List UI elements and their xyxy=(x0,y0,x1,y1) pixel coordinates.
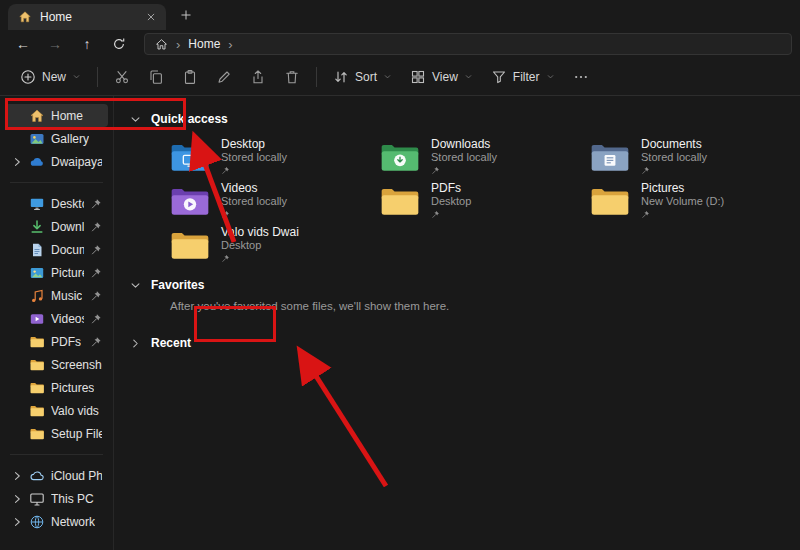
sort-button[interactable]: Sort xyxy=(325,62,400,92)
breadcrumb-home-icon xyxy=(155,38,168,51)
navigation-pane: HomeGalleryDwaipayan - PersonalDesktopDo… xyxy=(0,96,114,550)
chevron-right-icon[interactable] xyxy=(11,493,23,505)
home-icon xyxy=(29,108,45,124)
sidebar-indent xyxy=(11,382,23,394)
sidebar-item-label: Pictures xyxy=(51,381,94,395)
tile-text: DesktopStored locally xyxy=(221,137,287,178)
new-plus-icon xyxy=(20,69,36,85)
address-bar[interactable]: › Home › xyxy=(144,33,792,55)
sidebar-divider xyxy=(10,454,103,455)
recent-title: Recent xyxy=(151,336,191,350)
forward-icon[interactable]: → xyxy=(40,32,70,56)
chevron-right-icon[interactable] xyxy=(11,470,23,482)
sidebar-item-pdfs[interactable]: PDFs xyxy=(5,330,108,353)
tile-name: Documents xyxy=(641,137,707,151)
chevron-down-icon xyxy=(72,72,81,81)
sidebar-item-valo-vids-dwai[interactable]: Valo vids Dwai xyxy=(5,399,108,422)
tile-documents[interactable]: DocumentsStored locally xyxy=(590,136,800,178)
more-options-icon[interactable] xyxy=(565,62,597,92)
chevron-right-icon[interactable] xyxy=(11,516,23,528)
tab-home[interactable]: Home xyxy=(8,4,166,30)
refresh-icon[interactable] xyxy=(104,32,134,56)
copy-icon[interactable] xyxy=(140,62,172,92)
sidebar-indent xyxy=(11,244,23,256)
chevron-down-icon xyxy=(546,72,555,81)
sidebar-item-documents[interactable]: Documents xyxy=(5,238,108,261)
delete-icon[interactable] xyxy=(276,62,308,92)
rename-icon[interactable] xyxy=(208,62,240,92)
tile-downloads[interactable]: DownloadsStored locally xyxy=(380,136,590,178)
folder-icon xyxy=(170,228,210,262)
close-tab-icon[interactable] xyxy=(142,8,160,26)
tile-text: VideosStored locally xyxy=(221,181,287,222)
filter-button-label: Filter xyxy=(513,70,540,84)
sidebar-item-gallery[interactable]: Gallery xyxy=(5,127,108,150)
tile-pdfs[interactable]: PDFsDesktop xyxy=(380,180,590,222)
paste-icon[interactable] xyxy=(174,62,206,92)
pin-icon xyxy=(90,336,102,348)
tile-name: Pictures xyxy=(641,181,724,195)
tile-text: PicturesNew Volume (D:) xyxy=(641,181,724,222)
new-button-label: New xyxy=(42,70,66,84)
pin-icon xyxy=(431,166,440,175)
navigation-bar: ← → ↑ › Home › xyxy=(0,30,800,58)
videos-folder-icon xyxy=(170,184,210,218)
sidebar-item-downloads[interactable]: Downloads xyxy=(5,215,108,238)
up-icon[interactable]: ↑ xyxy=(72,32,102,56)
thispc-icon xyxy=(29,491,45,507)
sidebar-indent xyxy=(11,290,23,302)
sidebar-item-label: Desktop xyxy=(51,197,84,211)
titlebar: Home xyxy=(0,0,800,30)
tile-name: PDFs xyxy=(431,181,471,195)
tile-videos[interactable]: VideosStored locally xyxy=(170,180,380,222)
sidebar-item-home[interactable]: Home xyxy=(5,104,108,127)
sidebar-item-setup-files[interactable]: Setup Files xyxy=(5,422,108,445)
tile-pictures[interactable]: PicturesNew Volume (D:) xyxy=(590,180,800,222)
command-bar: New Sort View Filter xyxy=(0,58,800,96)
tile-valo-vids-dwai[interactable]: Valo vids DwaiDesktop xyxy=(170,224,380,266)
pin-icon xyxy=(641,166,650,175)
documents-folder-icon xyxy=(590,140,630,174)
sidebar-item-screenshots[interactable]: Screenshots xyxy=(5,353,108,376)
onedrive-icon xyxy=(29,154,45,170)
pin-icon xyxy=(221,254,230,263)
sidebar-item-this-pc[interactable]: This PC xyxy=(5,487,108,510)
sidebar-item-pictures[interactable]: Pictures xyxy=(5,376,108,399)
sidebar-item-pictures[interactable]: Pictures xyxy=(5,261,108,284)
pin-icon xyxy=(90,198,102,210)
back-icon[interactable]: ← xyxy=(8,32,38,56)
tile-name: Downloads xyxy=(431,137,497,151)
section-recent[interactable]: Recent xyxy=(130,332,800,354)
section-quick-access[interactable]: Quick access xyxy=(130,108,800,130)
tile-text: Valo vids DwaiDesktop xyxy=(221,225,299,266)
sidebar-indent xyxy=(11,359,23,371)
toolbar-separator xyxy=(97,67,98,87)
pin-icon xyxy=(641,210,650,219)
sidebar-item-icloud-photos[interactable]: iCloud Photos xyxy=(5,464,108,487)
tile-name: Desktop xyxy=(221,137,287,151)
sidebar-item-dwaipayan-personal[interactable]: Dwaipayan - Personal xyxy=(5,150,108,173)
pin-icon xyxy=(90,290,102,302)
tile-text: DocumentsStored locally xyxy=(641,137,707,178)
new-button[interactable]: New xyxy=(12,62,89,92)
sidebar-indent xyxy=(11,336,23,348)
sidebar-item-network[interactable]: Network xyxy=(5,510,108,533)
cut-icon[interactable] xyxy=(106,62,138,92)
share-icon[interactable] xyxy=(242,62,274,92)
new-tab-icon[interactable] xyxy=(174,3,198,27)
sidebar-item-music[interactable]: Music xyxy=(5,284,108,307)
view-button[interactable]: View xyxy=(402,62,481,92)
network-icon xyxy=(29,514,45,530)
sidebar-indent xyxy=(11,133,23,145)
tile-desktop[interactable]: DesktopStored locally xyxy=(170,136,380,178)
section-favorites[interactable]: Favorites xyxy=(130,274,800,296)
tile-name: Videos xyxy=(221,181,287,195)
breadcrumb-item-home[interactable]: Home xyxy=(188,37,220,51)
filter-button[interactable]: Filter xyxy=(483,62,563,92)
sidebar-item-videos[interactable]: Videos xyxy=(5,307,108,330)
chevron-right-icon[interactable] xyxy=(11,156,23,168)
chevron-down-icon xyxy=(130,114,141,125)
sidebar-item-desktop[interactable]: Desktop xyxy=(5,192,108,215)
view-button-label: View xyxy=(432,70,458,84)
sidebar-indent xyxy=(11,267,23,279)
